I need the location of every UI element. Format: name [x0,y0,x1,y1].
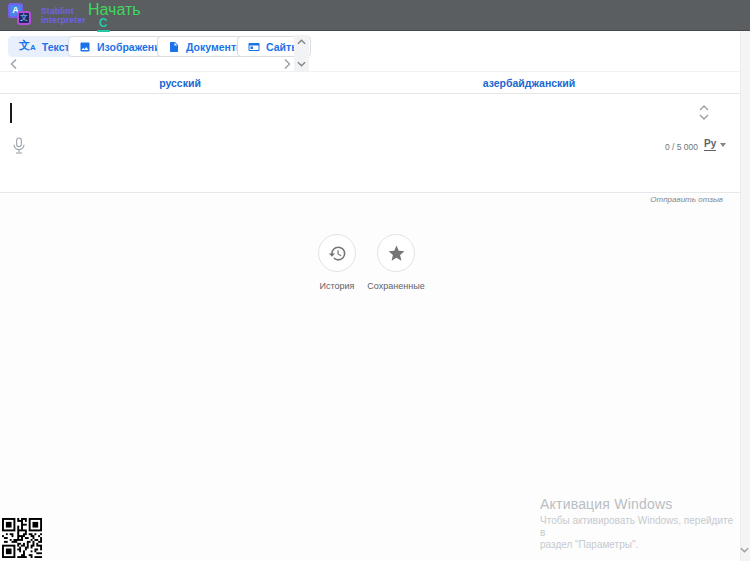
tabs-mini-scrollbar[interactable] [294,35,309,71]
website-icon [248,41,260,53]
image-icon [79,41,91,53]
input-method-label: Ру [704,138,716,151]
page-scrollbar[interactable] [740,31,750,561]
watermark-title: Активация Windows [540,496,740,512]
app-logo-icon: A 文 [8,2,38,29]
windows-activation-watermark: Активация Windows Чтобы активировать Win… [540,496,740,551]
brand-name: Stablint interpreter [41,7,86,25]
scroll-up-icon[interactable] [297,39,306,45]
chevron-down-icon[interactable] [699,114,709,120]
text-caret [10,103,12,123]
send-feedback-link[interactable]: Отправить отзыв [650,195,723,204]
source-language[interactable]: русский [110,77,250,89]
logo-glyph-icon: 文 [17,11,31,25]
chevron-left-icon [8,58,20,70]
document-icon [168,41,180,53]
editor-scroll-buttons[interactable] [697,105,711,120]
chevron-right-icon [281,58,293,70]
saved-button[interactable]: Сохраненные [356,234,436,291]
watermark-subtitle-line1: Чтобы активировать Windows, перейдите в [540,515,740,539]
watermark-subtitle-line2: раздел "Параметры". [540,539,740,551]
translate-icon: 文A [19,40,36,53]
brand-line2: interpreter [41,16,86,25]
saved-label: Сохраненные [367,281,424,291]
start-button[interactable]: Начать [88,0,141,20]
source-text-input[interactable]: 0 / 5 000 Ру [0,94,740,193]
tabs-scroll-left[interactable] [8,58,20,70]
translator-app: A 文 Stablint interpreter Начать C 文A Тек… [0,0,750,561]
qr-code [2,518,42,558]
input-method-selector[interactable]: Ру [704,138,726,151]
caret-down-icon [720,143,726,147]
lower-area: Отправить отзыв История Сохраненные Акти… [0,194,740,561]
saved-circle[interactable] [377,234,415,272]
microphone-icon [11,136,27,156]
tab-text-label: Текст [42,41,70,53]
target-language[interactable]: азербайджанский [449,77,609,89]
history-icon [328,244,347,263]
tabs-scroll-right[interactable] [281,58,293,70]
chevron-up-icon[interactable] [699,105,709,111]
language-bar: русский азербайджанский [0,71,740,94]
history-label: История [320,281,355,291]
start-sub-label: C [97,16,110,32]
top-bar: A 文 Stablint interpreter Начать C [0,0,750,31]
page-scroll-down[interactable] [739,543,750,557]
watermark-subtitle: Чтобы активировать Windows, перейдите в … [540,515,740,551]
star-icon [387,244,406,263]
scrollbar-down-icon [740,547,749,553]
scroll-down-icon[interactable] [297,61,306,67]
microphone-button[interactable] [11,136,27,156]
history-circle[interactable] [318,234,356,272]
char-counter: 0 / 5 000 [662,142,698,152]
